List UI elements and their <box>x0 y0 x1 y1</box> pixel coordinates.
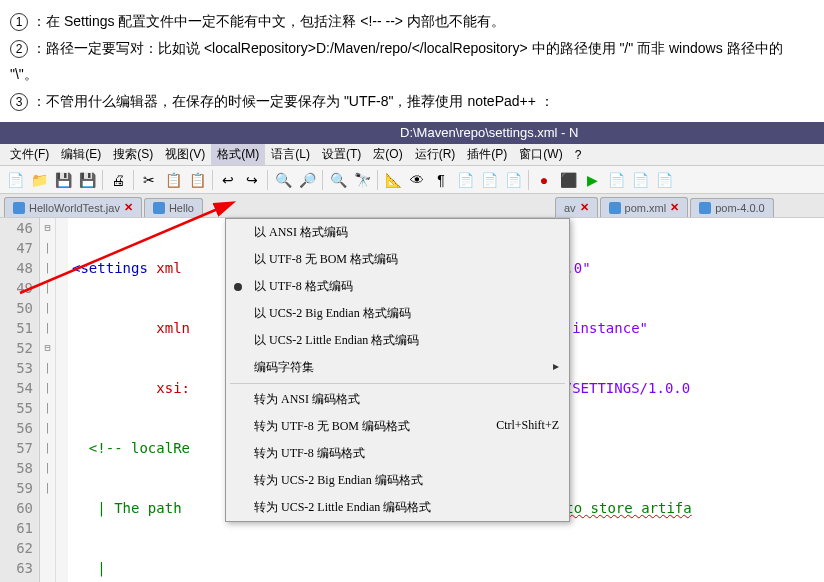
save-icon[interactable]: 💾 <box>52 169 74 191</box>
file-icon <box>13 202 25 214</box>
close-icon[interactable]: ✕ <box>124 201 133 214</box>
menu-convert-ucs2-le[interactable]: 转为 UCS-2 Little Endian 编码格式 <box>226 494 569 521</box>
copy-icon[interactable]: 📋 <box>162 169 184 191</box>
menu-settings[interactable]: 设置(T) <box>316 144 367 165</box>
tab-helloworld[interactable]: HelloWorldTest.jav✕ <box>4 197 142 217</box>
redo-icon[interactable]: ↪ <box>241 169 263 191</box>
pilcrow-icon[interactable]: ¶ <box>430 169 452 191</box>
instructions: 1：在 Settings 配置文件中一定不能有中文，包括注释 <!-- --> … <box>0 0 824 122</box>
saveall-icon[interactable]: 💾 <box>76 169 98 191</box>
menu-encode-utf8-nobom[interactable]: 以 UTF-8 无 BOM 格式编码 <box>226 246 569 273</box>
print-icon[interactable]: 🖨 <box>107 169 129 191</box>
file-icon <box>699 202 711 214</box>
zoomout-icon[interactable]: 🔭 <box>351 169 373 191</box>
close-icon[interactable]: ✕ <box>580 201 589 214</box>
menu-file[interactable]: 文件(F) <box>4 144 55 165</box>
line-gutter: 464748495051525354555657585960616263 <box>0 218 40 582</box>
menu-macro[interactable]: 宏(O) <box>367 144 408 165</box>
play-icon[interactable]: ▶ <box>581 169 603 191</box>
fold-column[interactable]: ⊟|||||⊟||||||| <box>40 218 56 582</box>
zoomin-icon[interactable]: 🔍 <box>327 169 349 191</box>
doc2-icon[interactable]: 📄 <box>478 169 500 191</box>
titlebar: D:\Maven\repo\settings.xml - N <box>0 122 824 144</box>
selected-dot-icon <box>234 283 242 291</box>
file-icon <box>153 202 165 214</box>
menu-language[interactable]: 语言(L) <box>265 144 316 165</box>
doc3-icon[interactable]: 📄 <box>502 169 524 191</box>
menu-charset[interactable]: 编码字符集▸ <box>226 354 569 381</box>
doc5-icon[interactable]: 📄 <box>629 169 651 191</box>
eye-icon[interactable]: 👁 <box>406 169 428 191</box>
menu-run[interactable]: 运行(R) <box>409 144 462 165</box>
menubar: 文件(F) 编辑(E) 搜索(S) 视图(V) 格式(M) 语言(L) 设置(T… <box>0 144 824 166</box>
undo-icon[interactable]: ↩ <box>217 169 239 191</box>
tabbar: HelloWorldTest.jav✕ Hello av✕ pom.xml✕ p… <box>0 194 824 218</box>
open-icon[interactable]: 📁 <box>28 169 50 191</box>
doc6-icon[interactable]: 📄 <box>653 169 675 191</box>
tab-hello[interactable]: Hello <box>144 198 203 217</box>
menu-encode-ucs2-le[interactable]: 以 UCS-2 Little Endian 格式编码 <box>226 327 569 354</box>
menu-convert-utf8[interactable]: 转为 UTF-8 编码格式 <box>226 440 569 467</box>
menu-window[interactable]: 窗口(W) <box>513 144 568 165</box>
replace-icon[interactable]: 🔎 <box>296 169 318 191</box>
paste-icon[interactable]: 📋 <box>186 169 208 191</box>
doc4-icon[interactable]: 📄 <box>605 169 627 191</box>
menu-separator <box>230 383 565 384</box>
editor[interactable]: 464748495051525354555657585960616263 ⊟||… <box>0 218 824 582</box>
tab-pom[interactable]: pom.xml✕ <box>600 197 689 217</box>
close-icon[interactable]: ✕ <box>670 201 679 214</box>
menu-convert-ansi[interactable]: 转为 ANSI 编码格式 <box>226 386 569 413</box>
doc1-icon[interactable]: 📄 <box>454 169 476 191</box>
menu-encode-ansi[interactable]: 以 ANSI 格式编码 <box>226 219 569 246</box>
menu-convert-ucs2-be[interactable]: 转为 UCS-2 Big Endian 编码格式 <box>226 467 569 494</box>
menu-format[interactable]: 格式(M) <box>211 144 265 165</box>
menu-help[interactable]: ? <box>569 146 588 164</box>
chevron-right-icon: ▸ <box>553 359 559 376</box>
menu-view[interactable]: 视图(V) <box>159 144 211 165</box>
find-icon[interactable]: 🔍 <box>272 169 294 191</box>
stop-icon[interactable]: ⬛ <box>557 169 579 191</box>
format-dropdown: 以 ANSI 格式编码 以 UTF-8 无 BOM 格式编码 以 UTF-8 格… <box>225 218 570 522</box>
menu-encode-ucs2-be[interactable]: 以 UCS-2 Big Endian 格式编码 <box>226 300 569 327</box>
cut-icon[interactable]: ✂ <box>138 169 160 191</box>
new-icon[interactable]: 📄 <box>4 169 26 191</box>
record-icon[interactable]: ● <box>533 169 555 191</box>
menu-plugins[interactable]: 插件(P) <box>461 144 513 165</box>
toolbar: 📄 📁 💾 💾 🖨 ✂ 📋 📋 ↩ ↪ 🔍 🔎 🔍 🔭 📐 👁 ¶ 📄 📄 📄 … <box>0 166 824 194</box>
ruler-icon[interactable]: 📐 <box>382 169 404 191</box>
menu-edit[interactable]: 编辑(E) <box>55 144 107 165</box>
menu-convert-utf8-nobom[interactable]: 转为 UTF-8 无 BOM 编码格式Ctrl+Shift+Z <box>226 413 569 440</box>
menu-search[interactable]: 搜索(S) <box>107 144 159 165</box>
menu-encode-utf8[interactable]: 以 UTF-8 格式编码 <box>226 273 569 300</box>
tab-pom4[interactable]: pom-4.0.0 <box>690 198 774 217</box>
change-marker <box>56 218 68 582</box>
file-icon <box>609 202 621 214</box>
tab-av[interactable]: av✕ <box>555 197 598 217</box>
